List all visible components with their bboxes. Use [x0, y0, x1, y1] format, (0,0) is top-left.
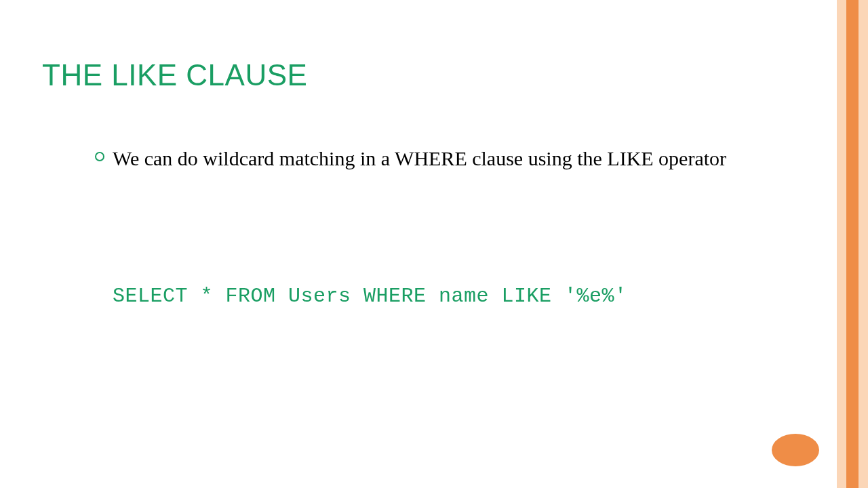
page-number-oval: [772, 434, 819, 466]
circle-bullet-icon: [95, 152, 104, 161]
sql-code: SELECT * FROM Users WHERE name LIKE '%e%…: [113, 285, 627, 308]
bullet-item: We can do wildcard matching in a WHERE c…: [95, 145, 814, 173]
bullet-text: We can do wildcard matching in a WHERE c…: [113, 145, 726, 173]
slide-title: THE LIKE CLAUSE: [42, 58, 307, 92]
slide: THE LIKE CLAUSE We can do wildcard match…: [0, 0, 868, 488]
side-stripe-inner: [846, 0, 859, 488]
